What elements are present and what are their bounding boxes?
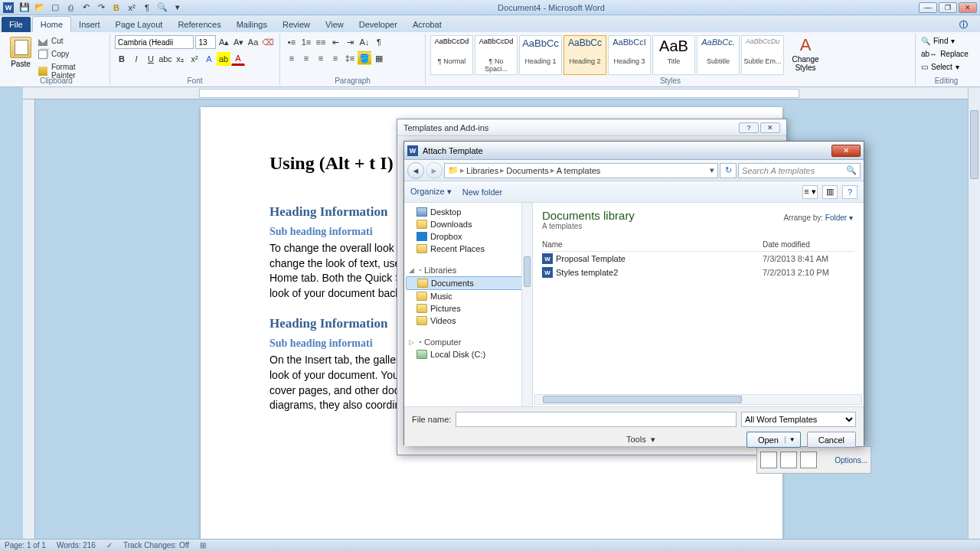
tree-videos[interactable]: Videos	[406, 315, 531, 327]
cancel-button[interactable]: Cancel	[807, 432, 856, 448]
align-right-button[interactable]: ≡	[314, 51, 328, 65]
tree-pictures[interactable]: Pictures	[406, 302, 531, 315]
options-link[interactable]: Options...	[835, 456, 867, 465]
qat-print-icon[interactable]: ⎙	[64, 2, 77, 14]
align-left-button[interactable]: ≡	[285, 51, 299, 65]
style-heading2[interactable]: AaBbCcHeading 2	[564, 35, 606, 75]
style-heading1[interactable]: AaBbCcHeading 1	[519, 35, 562, 75]
tab-mailings[interactable]: Mailings	[229, 17, 275, 32]
crumb-documents[interactable]: Documents	[506, 166, 549, 175]
style-title[interactable]: AaBTitle	[652, 35, 695, 75]
tree-libraries-group[interactable]: ◢Libraries	[406, 264, 531, 276]
status-words[interactable]: Words: 216	[57, 541, 96, 549]
vertical-scrollbar[interactable]	[968, 87, 980, 539]
tree-downloads[interactable]: Downloads	[406, 218, 531, 230]
help-icon[interactable]: ⓘ	[955, 18, 972, 32]
arrange-by-value[interactable]: Folder ▾	[825, 214, 853, 222]
multilevel-button[interactable]: ≡≡	[314, 35, 328, 49]
attach-dialog-titlebar[interactable]: W Attach Template ✕	[404, 142, 864, 160]
tab-view[interactable]: View	[318, 17, 351, 32]
templates-close-button[interactable]: ✕	[760, 122, 780, 133]
file-row-styles[interactable]: WStyles template2 7/2/2013 2:10 PM	[542, 266, 854, 279]
search-input[interactable]: Search A templates 🔍	[738, 163, 861, 178]
open-button[interactable]: Open▼	[746, 432, 801, 448]
file-type-filter[interactable]: All Word Templates	[741, 412, 856, 427]
tree-scrollbar[interactable]	[521, 203, 532, 406]
italic-button[interactable]: I	[129, 52, 143, 66]
style-no-spacing[interactable]: AaBbCcDd¶ No Spaci...	[475, 35, 518, 75]
tab-review[interactable]: Review	[275, 17, 318, 32]
grow-font-button[interactable]: A▴	[217, 35, 230, 49]
cut-button[interactable]: Cut	[37, 35, 105, 47]
paste-button[interactable]: Paste	[8, 35, 34, 68]
font-name-combo[interactable]: Cambria (Headii	[115, 35, 194, 49]
borders-button[interactable]: ▦	[372, 51, 386, 65]
font-color-button[interactable]: A	[231, 52, 245, 66]
organizer-icon-2[interactable]	[780, 452, 797, 468]
templates-help-button[interactable]: ?	[739, 122, 759, 133]
breadcrumb[interactable]: 📁 ▸ Libraries ▸ Documents ▸ A templates …	[444, 163, 718, 178]
align-center-button[interactable]: ≡	[299, 51, 313, 65]
clear-formatting-button[interactable]: ⌫	[261, 35, 275, 49]
refresh-button[interactable]: ↻	[720, 163, 737, 178]
back-button[interactable]: ◄	[407, 162, 424, 179]
underline-button[interactable]: U	[144, 52, 158, 66]
qat-find-icon[interactable]: 🔍	[156, 2, 168, 14]
col-name[interactable]: Name	[542, 240, 763, 249]
tools-button[interactable]: Tools ▾	[626, 435, 655, 445]
qat-bold-icon[interactable]: B	[110, 2, 122, 14]
find-button[interactable]: 🔍 Find ▾	[920, 35, 972, 47]
change-case-button[interactable]: Aa	[247, 35, 260, 49]
vertical-ruler[interactable]	[23, 99, 35, 539]
organize-button[interactable]: Organize ▾	[410, 187, 452, 197]
crumb-atemplates[interactable]: A templates	[557, 166, 600, 175]
copy-button[interactable]: Copy	[37, 48, 105, 60]
breadcrumb-dropdown[interactable]: ▾	[710, 165, 714, 175]
organizer-icon-3[interactable]	[800, 452, 817, 468]
organizer-icon-1[interactable]	[760, 452, 777, 468]
style-heading3[interactable]: AaBbCcIHeading 3	[608, 35, 651, 75]
file-row-proposal[interactable]: WProposal Template 7/3/2013 8:41 AM	[542, 252, 854, 266]
tree-dropbox[interactable]: Dropbox	[406, 230, 531, 243]
line-spacing-button[interactable]: ‡≡	[343, 51, 357, 65]
tree-computer-group[interactable]: ▷Computer	[406, 336, 531, 348]
sort-button[interactable]: A↓	[358, 35, 371, 49]
show-marks-button[interactable]: ¶	[372, 35, 386, 49]
subscript-button[interactable]: x₂	[173, 52, 187, 66]
increase-indent-button[interactable]: ⇥	[343, 35, 357, 49]
font-size-combo[interactable]: 13	[195, 35, 216, 49]
decrease-indent-button[interactable]: ⇤	[328, 35, 342, 49]
tab-developer[interactable]: Developer	[351, 17, 405, 32]
style-subtitle[interactable]: AaBbCc.Subtitle	[697, 35, 740, 75]
qat-more-icon[interactable]: ▾	[172, 2, 184, 14]
shrink-font-button[interactable]: A▾	[232, 35, 245, 49]
numbering-button[interactable]: 1≡	[299, 35, 313, 49]
bold-button[interactable]: B	[115, 52, 129, 66]
qat-open-icon[interactable]: 📂	[34, 2, 46, 14]
crumb-libraries[interactable]: Libraries	[466, 166, 498, 175]
minimize-button[interactable]: —	[919, 2, 937, 13]
tree-local-disk[interactable]: Local Disk (C:)	[406, 348, 531, 360]
close-button[interactable]: ✕	[959, 2, 977, 13]
tab-insert[interactable]: Insert	[71, 17, 108, 32]
view-mode-button[interactable]: ≡ ▾	[802, 185, 818, 199]
style-normal[interactable]: AaBbCcDd¶ Normal	[430, 35, 473, 75]
horizontal-ruler[interactable]	[23, 87, 968, 99]
help-button[interactable]: ?	[842, 185, 858, 199]
status-insert-mode[interactable]: ⊞	[200, 541, 206, 549]
tab-home[interactable]: Home	[32, 16, 71, 32]
preview-pane-button[interactable]: ▥	[822, 185, 838, 199]
shading-button[interactable]: 🪣	[358, 51, 371, 65]
text-effects-button[interactable]: A	[202, 52, 216, 66]
style-subtle-em[interactable]: AaBbCcDuSubtle Em...	[741, 35, 784, 75]
list-hscrollbar[interactable]	[534, 394, 862, 405]
change-styles-button[interactable]: A Change Styles	[787, 35, 824, 72]
col-date[interactable]: Date modified	[763, 240, 854, 249]
superscript-button[interactable]: x²	[188, 52, 201, 66]
status-page[interactable]: Page: 1 of 1	[5, 541, 46, 549]
tab-references[interactable]: References	[170, 17, 228, 32]
attach-close-button[interactable]: ✕	[831, 145, 861, 157]
strikethrough-button[interactable]: abc	[158, 52, 172, 66]
list-columns[interactable]: Name Date modified	[542, 238, 854, 252]
forward-button[interactable]: ►	[426, 162, 443, 179]
